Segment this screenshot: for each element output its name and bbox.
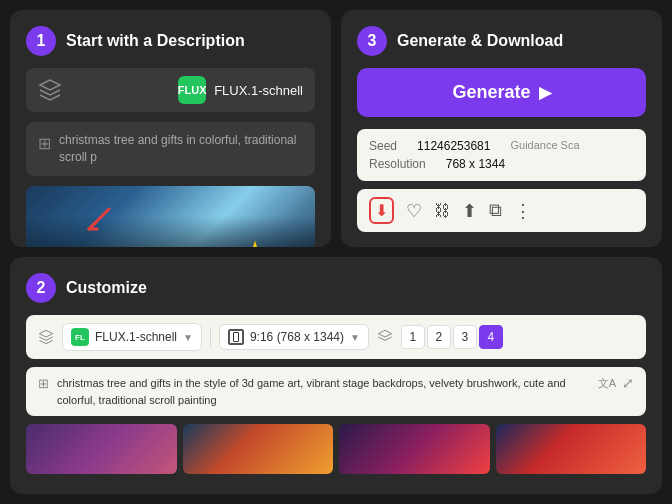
- thumbnail-row: [26, 424, 646, 474]
- card-2-header: 2 Customize: [26, 273, 646, 303]
- copy-button[interactable]: ⧉: [489, 200, 502, 221]
- thumbnail-4: [496, 424, 647, 474]
- count-3-btn[interactable]: 3: [453, 325, 477, 349]
- toolbar-flux-icon: FL: [71, 328, 89, 346]
- preview-image: [26, 186, 315, 247]
- action-bar: ⬇ ♡ ⛓ ⬆ ⧉ ⋮: [357, 189, 646, 232]
- thumbnail-2: [183, 424, 334, 474]
- step-2-badge: 2: [26, 273, 56, 303]
- card-step-3: 3 Generate & Download Generate ▶ Seed 11…: [341, 10, 662, 247]
- seed-value: 11246253681: [417, 139, 490, 153]
- card-1-title: Start with a Description: [66, 32, 245, 50]
- prompt-area[interactable]: ⊞ christmas tree and gifts in colorful, …: [26, 122, 315, 176]
- resolution-value: 768 x 1344: [446, 157, 505, 171]
- toolbar-divider-icon: [210, 327, 211, 347]
- toolbar-model-name: FLUX.1-schnell: [95, 330, 177, 344]
- count-1-btn[interactable]: 1: [401, 325, 425, 349]
- step-3-badge: 3: [357, 26, 387, 56]
- model-name-label: FLUX.1-schnell: [214, 83, 303, 98]
- customize-toolbar: FL FLUX.1-schnell ▼ 9:16 (768 x 1344) ▼ …: [26, 315, 646, 359]
- preview-overlay: [26, 216, 315, 247]
- share-button[interactable]: ⬆: [462, 200, 477, 222]
- download-button[interactable]: ⬇: [369, 197, 394, 224]
- expand-icon[interactable]: ⤢: [622, 375, 634, 391]
- cursor-icon: ▶: [539, 83, 551, 102]
- translate-icon[interactable]: 文A: [598, 376, 616, 391]
- count-2-btn[interactable]: 2: [427, 325, 451, 349]
- toolbar-ratio-chevron: ▼: [350, 332, 360, 343]
- arrow-indicator: [81, 201, 117, 241]
- flux-icon: FLUX: [178, 76, 206, 104]
- model-selector[interactable]: FLUX FLUX.1-schnell: [26, 68, 315, 112]
- customize-prompt-text: christmas tree and gifts in the style of…: [57, 375, 590, 408]
- guidance-label: Guidance Sca: [510, 139, 579, 153]
- link-button[interactable]: ⛓: [434, 202, 450, 220]
- toolbar-ratio-selector[interactable]: 9:16 (768 x 1344) ▼: [219, 324, 369, 350]
- resolution-label: Resolution: [369, 157, 426, 171]
- generate-label: Generate: [452, 82, 530, 103]
- count-selector: 1 2 3 4: [401, 325, 503, 349]
- thumbnail-3: [339, 424, 490, 474]
- meta-info-box: Seed 11246253681 Guidance Sca Resolution…: [357, 129, 646, 181]
- card-step-2: 2 Customize FL FLUX.1-schnell ▼ 9:16 (76…: [10, 257, 662, 494]
- step-1-badge: 1: [26, 26, 56, 56]
- toolbar-layers-icon: [377, 329, 393, 345]
- prompt-icon-small: ⊞: [38, 376, 49, 391]
- toolbar-model-selector[interactable]: FL FLUX.1-schnell ▼: [62, 323, 202, 351]
- card-step-1: 1 Start with a Description FLUX FLUX.1-s…: [10, 10, 331, 247]
- seed-row: Seed 11246253681 Guidance Sca: [369, 139, 634, 153]
- card-1-header: 1 Start with a Description: [26, 26, 315, 56]
- toolbar-ratio-value: 9:16 (768 x 1344): [250, 330, 344, 344]
- prompt-text: christmas tree and gifts in colorful, tr…: [59, 132, 303, 166]
- heart-button[interactable]: ♡: [406, 200, 422, 222]
- more-button[interactable]: ⋮: [514, 200, 532, 222]
- count-4-btn[interactable]: 4: [479, 325, 503, 349]
- thumbnail-1: [26, 424, 177, 474]
- customize-prompt-area[interactable]: ⊞ christmas tree and gifts in the style …: [26, 367, 646, 416]
- prompt-action-buttons: 文A ⤢: [598, 375, 634, 391]
- card-3-title: Generate & Download: [397, 32, 563, 50]
- card-2-title: Customize: [66, 279, 147, 297]
- seed-label: Seed: [369, 139, 397, 153]
- generate-button[interactable]: Generate ▶: [357, 68, 646, 117]
- main-grid: 1 Start with a Description FLUX FLUX.1-s…: [0, 0, 672, 504]
- ratio-icon: [228, 329, 244, 345]
- resolution-row: Resolution 768 x 1344: [369, 157, 634, 171]
- toolbar-model-chevron: ▼: [183, 332, 193, 343]
- cube-icon: [38, 78, 62, 102]
- card-3-header: 3 Generate & Download: [357, 26, 646, 56]
- image-prompt-icon: ⊞: [38, 134, 51, 153]
- toolbar-cube-icon: [38, 329, 54, 345]
